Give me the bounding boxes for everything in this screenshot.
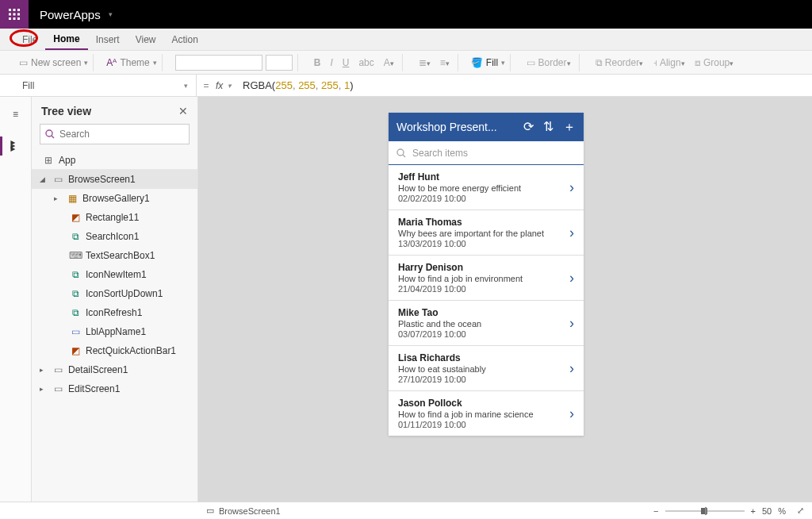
italic-button[interactable]: I <box>327 57 335 68</box>
main-area: ≡ Tree view ✕ ⊞ App ◢ ▭ BrowseScreen1 ▸ <box>0 97 812 502</box>
expand-icon[interactable]: ▸ <box>40 385 48 393</box>
chevron-down-icon: ▾ <box>184 82 188 90</box>
list-item[interactable]: Jason PollockHow to find a job in marine… <box>389 391 584 436</box>
zoom-slider[interactable] <box>665 510 745 512</box>
tree-node[interactable]: ⧉IconSortUpDown1 <box>32 284 197 303</box>
group-button[interactable]: ⧈ Group▾ <box>691 57 737 68</box>
fit-to-window-icon[interactable]: ⤢ <box>797 506 804 516</box>
fill-button[interactable]: Fill <box>486 57 498 68</box>
strikethrough-button[interactable]: abc <box>355 57 377 68</box>
tree-node-app[interactable]: ⊞ App <box>32 151 197 170</box>
collapse-icon[interactable]: ◢ <box>40 175 48 183</box>
screen-icon: ▭ <box>19 57 28 68</box>
property-dropdown[interactable]: Fill ▾ <box>14 75 197 96</box>
font-family-dropdown[interactable] <box>175 55 262 71</box>
tree-node-browse-screen[interactable]: ◢ ▭ BrowseScreen1 <box>32 170 197 189</box>
ribbon: ▭ New screen▾ Aᴬ Theme▾ B I U abc A▾ ≣▾ … <box>0 51 812 75</box>
valign-button[interactable]: ≡▾ <box>437 57 453 68</box>
sort-icon[interactable]: ⇅ <box>543 119 553 136</box>
canvas[interactable]: Workshop Present... ⟳ ⇅ ＋ Search items J… <box>198 97 812 502</box>
zoom-percent: % <box>778 506 786 516</box>
tree-node-edit-screen[interactable]: ▸▭EditScreen1 <box>32 379 197 398</box>
theme-icon: Aᴬ <box>106 57 117 68</box>
app-icon: ⊞ <box>43 155 54 166</box>
app-title[interactable]: PowerApps ▾ <box>29 8 124 21</box>
tree-node[interactable]: ⧉IconRefresh1 <box>32 303 197 322</box>
zoom-in-button[interactable]: + <box>751 506 756 516</box>
bold-button[interactable]: B <box>311 57 324 68</box>
font-color-button[interactable]: A▾ <box>381 57 397 68</box>
control-icon: ⧉ <box>70 231 81 242</box>
align-objects-button[interactable]: ⫞ Align▾ <box>649 57 688 68</box>
tree-search-input[interactable] <box>59 129 184 140</box>
expand-icon[interactable]: ▸ <box>40 366 48 374</box>
svg-line-10 <box>52 136 54 138</box>
fill-bucket-icon: 🪣 <box>471 57 483 68</box>
tree-list: ⊞ App ◢ ▭ BrowseScreen1 ▸ ▦ BrowseGaller… <box>32 151 197 502</box>
reorder-button[interactable]: ⧉ Reorder▾ <box>592 57 647 68</box>
menu-insert[interactable]: Insert <box>88 29 128 50</box>
shape-icon: ◩ <box>70 345 81 356</box>
underline-button[interactable]: U <box>339 57 353 68</box>
list-item[interactable]: Maria ThomasWhy bees are important for t… <box>389 210 584 256</box>
control-icon: ⧉ <box>70 307 81 318</box>
chevron-right-icon: › <box>569 360 574 377</box>
left-rail: ≡ <box>0 97 32 502</box>
preview-search[interactable]: Search items <box>389 141 584 165</box>
menu-home[interactable]: Home <box>45 29 87 50</box>
tree-node[interactable]: ▭LblAppName1 <box>32 322 197 341</box>
close-icon[interactable]: ✕ <box>178 105 188 117</box>
list-item[interactable]: Lisa RichardsHow to eat sustainably27/10… <box>389 346 584 391</box>
list-item[interactable]: Mike TaoPlastic and the ocean03/07/2019 … <box>389 301 584 346</box>
label-icon: ▭ <box>70 326 81 337</box>
chevron-right-icon: › <box>569 315 574 332</box>
tree-node[interactable]: ◩RectQuickActionBar1 <box>32 341 197 360</box>
menu-action[interactable]: Action <box>164 29 206 50</box>
tree-title: Tree view <box>41 105 91 117</box>
tree-node[interactable]: ⌨TextSearchBox1 <box>32 246 197 265</box>
control-icon: ⧉ <box>70 269 81 280</box>
svg-rect-0 <box>9 9 11 11</box>
waffle-menu[interactable] <box>0 0 29 29</box>
phone-preview: Workshop Present... ⟳ ⇅ ＋ Search items J… <box>389 113 584 436</box>
zoom-out-button[interactable]: − <box>653 506 658 516</box>
textbox-icon: ⌨ <box>70 250 81 261</box>
property-label: Fill <box>22 80 34 91</box>
tree-node-gallery[interactable]: ▸ ▦ BrowseGallery1 <box>32 189 197 208</box>
screen-icon: ▭ <box>52 364 63 375</box>
add-icon[interactable]: ＋ <box>563 119 576 136</box>
formula-input[interactable]: RGBA(255, 255, 255, 1) <box>239 79 812 91</box>
title-bar: PowerApps ▾ <box>0 0 812 29</box>
formula-bar: Fill ▾ = fx▾ RGBA(255, 255, 255, 1) <box>0 75 812 97</box>
hamburger-icon[interactable]: ≡ <box>5 103 27 125</box>
font-size-dropdown[interactable] <box>266 55 293 71</box>
screen-icon: ▭ <box>206 506 214 516</box>
current-screen-label: BrowseScreen1 <box>219 506 281 516</box>
menu-file[interactable]: File <box>14 29 45 50</box>
tree-search[interactable] <box>40 124 190 144</box>
tree-node-detail-screen[interactable]: ▸▭DetailScreen1 <box>32 360 197 379</box>
menu-bar: File Home Insert View Action <box>0 29 812 51</box>
menu-view[interactable]: View <box>128 29 164 50</box>
search-placeholder: Search items <box>412 148 468 159</box>
svg-rect-5 <box>17 13 20 16</box>
tree-node[interactable]: ◩Rectangle11 <box>32 208 197 227</box>
tree-panel: Tree view ✕ ⊞ App ◢ ▭ BrowseScreen1 ▸ ▦ … <box>32 97 198 502</box>
border-button[interactable]: ▭ Border▾ <box>523 57 573 68</box>
expand-icon[interactable]: ▸ <box>54 194 62 202</box>
svg-rect-7 <box>13 17 16 20</box>
theme-button[interactable]: Theme <box>120 57 149 68</box>
chevron-right-icon: › <box>569 406 574 422</box>
refresh-icon[interactable]: ⟳ <box>523 119 534 136</box>
tree-node[interactable]: ⧉IconNewItem1 <box>32 265 197 284</box>
chevron-right-icon: › <box>569 179 574 196</box>
align-button[interactable]: ≣▾ <box>416 57 434 68</box>
new-screen-button[interactable]: New screen <box>31 57 81 68</box>
tree-view-icon[interactable] <box>5 135 27 157</box>
fx-label[interactable]: fx▾ <box>216 80 239 91</box>
list-item[interactable]: Jeff HuntHow to be more energy efficient… <box>389 165 584 210</box>
status-bar: ▭ BrowseScreen1 − + 50 % ⤢ <box>0 502 812 519</box>
tree-node[interactable]: ⧉SearchIcon1 <box>32 227 197 246</box>
list-item[interactable]: Harry DenisonHow to find a job in enviro… <box>389 256 584 301</box>
svg-point-9 <box>46 130 52 136</box>
